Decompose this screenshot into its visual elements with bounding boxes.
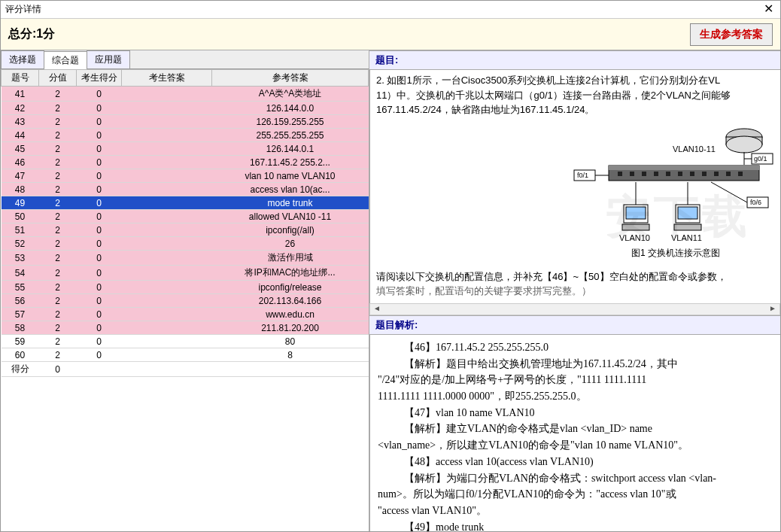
cell-got: 0	[77, 294, 122, 308]
cell-got: 0	[77, 183, 122, 196]
score-table-container[interactable]: 题号 分值 考生得分 考生答案 参考答案 4120A^A类^A类地址422012…	[1, 69, 369, 531]
scroll-left-icon[interactable]: ◄	[372, 304, 382, 315]
cell-got: 0	[77, 281, 122, 294]
cell-num: 53	[2, 251, 39, 266]
analysis-line: 【49】mode trunk	[378, 519, 773, 531]
cell-ref: ipconfig(/all)	[212, 223, 369, 237]
question-text-line: 请阅读以下交换机的配置信息，并补充【46】~【50】空白处的配置命令或参数，	[376, 269, 774, 284]
table-row[interactable]: 4820access vlan 10(ac...	[2, 183, 369, 196]
question-header: 题目:	[369, 50, 780, 70]
table-row[interactable]: 522026	[2, 237, 369, 251]
cell-ref: A^A类^A类地址	[212, 87, 369, 102]
th-ref-ans: 参考答案	[212, 70, 369, 87]
close-icon[interactable]: ✕	[761, 2, 776, 17]
table-row[interactable]: 5720www.edu.cn	[2, 308, 369, 321]
right-panel: 题目: 2. 如图1所示，一台Cisoc3500系列交换机上连接2台计算机，它们…	[369, 50, 780, 531]
window-title: 评分详情	[5, 3, 761, 16]
table-row[interactable]: 4520126.144.0.1	[2, 142, 369, 156]
generate-answer-button[interactable]: 生成参考答案	[690, 23, 773, 46]
svg-rect-12	[702, 172, 707, 176]
cell-got: 0	[77, 169, 122, 183]
cell-num: 59	[2, 335, 39, 348]
analysis-line: 【46】167.11.45.2 255.255.255.0	[378, 339, 773, 356]
svg-rect-27	[622, 224, 649, 230]
cell-got: 0	[77, 237, 122, 251]
table-row[interactable]: 4920mode trunk	[2, 196, 369, 210]
cell-ans	[122, 169, 212, 183]
content-area: 选择题 综合题 应用题 题号 分值 考生得分 考生答案 参考答案	[1, 50, 780, 531]
cell-got: 0	[77, 210, 122, 223]
th-num: 题号	[2, 70, 39, 87]
table-row[interactable]: 4620167.11.45.2 255.2...	[2, 156, 369, 169]
cell-value: 2	[39, 183, 77, 196]
tab-choice[interactable]: 选择题	[1, 50, 44, 68]
cell-value: 2	[39, 321, 77, 335]
table-row[interactable]: 4120A^A类^A类地址	[2, 87, 369, 102]
scroll-right-icon[interactable]: ►	[767, 304, 778, 315]
question-scrollbar[interactable]: ◄ ►	[369, 303, 780, 315]
table-row[interactable]: 4720vlan 10 name VLAN10	[2, 169, 369, 183]
label-vlan11: VLAN11	[671, 233, 702, 242]
table-row[interactable]: 得分0	[2, 362, 369, 377]
table-row[interactable]: 5320激活作用域	[2, 251, 369, 266]
tab-application[interactable]: 应用题	[87, 50, 130, 68]
cell-ref: vlan 10 name VLAN10	[212, 169, 369, 183]
cell-value: 0	[39, 362, 77, 377]
analysis-line: 【解析】题目中给出交换机管理地址为167.11.45.2/24，其中	[378, 356, 773, 372]
table-row[interactable]: 60208	[2, 348, 369, 362]
table-row[interactable]: 4220126.144.0.0	[2, 102, 369, 115]
cell-value: 2	[39, 142, 77, 156]
table-row[interactable]: 5620202.113.64.166	[2, 294, 369, 308]
table-row[interactable]: 5820211.81.20.200	[2, 321, 369, 335]
diagram-caption: 图1 交换机连接示意图	[631, 248, 720, 258]
cell-got: 0	[77, 156, 122, 169]
cell-ans	[122, 237, 212, 251]
tab-comprehensive[interactable]: 综合题	[44, 51, 87, 69]
cell-ref: 80	[212, 335, 369, 348]
cell-got: 0	[77, 321, 122, 335]
cell-ans	[122, 129, 212, 142]
table-row[interactable]: 5020allowed VLAN10 -11	[2, 210, 369, 223]
table-row[interactable]: 5520ipconfig/release	[2, 281, 369, 294]
svg-rect-6	[630, 172, 634, 176]
cell-ref: 126.144.0.1	[212, 142, 369, 156]
cell-num: 42	[2, 102, 39, 115]
table-row[interactable]: 4320126.159.255.255	[2, 115, 369, 129]
cell-ans	[122, 321, 212, 335]
analysis-line: 1111.1111 1111.0000 0000"，即255.255.255.0…	[378, 388, 773, 405]
cell-num: 得分	[2, 362, 39, 377]
cell-num: 49	[2, 196, 39, 210]
svg-rect-30	[674, 224, 701, 230]
cell-num: 48	[2, 183, 39, 196]
table-row[interactable]: 4420255.255.255.255	[2, 129, 369, 142]
analysis-line: 【47】vlan 10 name VLAN10	[378, 405, 773, 421]
cell-num: 54	[2, 266, 39, 281]
cell-got: 0	[77, 348, 122, 362]
table-row[interactable]: 5120ipconfig(/all)	[2, 223, 369, 237]
cell-ref: mode trunk	[212, 196, 369, 210]
analysis-header: 题目解析:	[369, 315, 780, 335]
label-vlan10-11: VLAN10-11	[673, 144, 716, 154]
cell-got: 0	[77, 102, 122, 115]
cell-ref: 将IP和MAC的地址绑...	[212, 266, 369, 281]
analysis-body: 【46】167.11.45.2 255.255.255.0【解析】题目中给出交换…	[369, 335, 780, 531]
cell-ans	[122, 308, 212, 321]
cell-ref: 126.159.255.255	[212, 115, 369, 129]
cell-ans	[122, 210, 212, 223]
table-row[interactable]: 5420将IP和MAC的地址绑...	[2, 266, 369, 281]
cell-ans	[122, 251, 212, 266]
cell-num: 47	[2, 169, 39, 183]
svg-rect-7	[642, 172, 646, 176]
cell-value: 2	[39, 237, 77, 251]
table-row[interactable]: 592080	[2, 335, 369, 348]
cell-got: 0	[77, 196, 122, 210]
cell-value: 2	[39, 266, 77, 281]
question-body: 2. 如图1所示，一台Cisoc3500系列交换机上连接2台计算机，它们分别划分…	[369, 70, 780, 303]
cell-got: 0	[77, 115, 122, 129]
cell-value: 2	[39, 156, 77, 169]
cell-ans	[122, 335, 212, 348]
cell-value: 2	[39, 196, 77, 210]
cell-value: 2	[39, 308, 77, 321]
cell-ref	[212, 362, 369, 377]
cell-got: 0	[77, 87, 122, 102]
